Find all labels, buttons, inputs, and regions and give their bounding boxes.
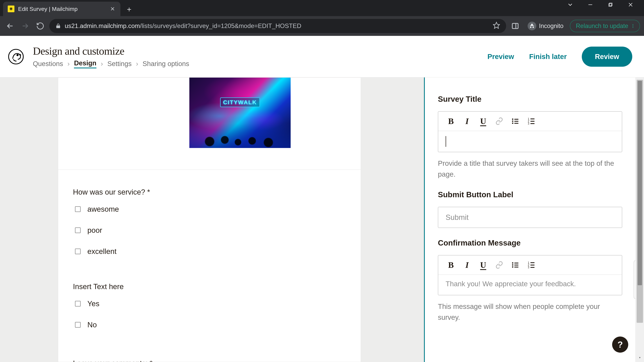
survey-title-label: Survey Title bbox=[438, 94, 622, 104]
italic-button[interactable]: I bbox=[462, 260, 472, 270]
survey-title-input[interactable] bbox=[438, 131, 622, 152]
svg-point-13 bbox=[512, 118, 513, 120]
nav-back-button[interactable] bbox=[4, 20, 16, 32]
svg-rect-22 bbox=[530, 121, 534, 122]
scroll-down-arrow-icon[interactable]: ▾ bbox=[636, 354, 643, 361]
bold-button[interactable]: B bbox=[446, 260, 456, 270]
survey-card[interactable]: CITYWALK How was our service? * awesome bbox=[58, 77, 361, 362]
underline-button[interactable]: U bbox=[478, 116, 488, 126]
chevron-right-icon: › bbox=[101, 60, 103, 67]
checkbox[interactable] bbox=[75, 301, 81, 307]
svg-rect-18 bbox=[514, 123, 518, 124]
side-panel-toggle-icon[interactable] bbox=[509, 20, 521, 32]
tab-search-button[interactable] bbox=[560, 0, 580, 9]
svg-text:3: 3 bbox=[528, 122, 529, 125]
bullet-list-button[interactable] bbox=[511, 116, 520, 126]
underline-button[interactable]: U bbox=[478, 260, 488, 270]
svg-rect-20 bbox=[530, 118, 534, 119]
svg-point-29 bbox=[512, 266, 513, 268]
option-label: No bbox=[88, 321, 97, 329]
checkbox[interactable] bbox=[75, 206, 81, 212]
tab-title: Edit Survey | Mailchimp bbox=[18, 6, 106, 12]
survey-title-help: Provide a title that survey takers will … bbox=[438, 158, 622, 180]
window-close-button[interactable] bbox=[620, 0, 641, 9]
svg-rect-14 bbox=[514, 119, 518, 120]
link-button[interactable] bbox=[494, 260, 504, 270]
crumb-questions[interactable]: Questions bbox=[33, 60, 63, 67]
svg-rect-32 bbox=[530, 262, 534, 263]
italic-button[interactable]: I bbox=[462, 116, 472, 126]
new-tab-button[interactable]: ＋ bbox=[124, 4, 134, 14]
checkbox[interactable] bbox=[75, 227, 81, 233]
numbered-list-button[interactable]: 123 bbox=[527, 116, 536, 126]
crumb-design[interactable]: Design bbox=[74, 59, 96, 68]
mailchimp-favicon: ✳ bbox=[8, 5, 14, 12]
q1-option-poor[interactable]: poor bbox=[73, 226, 346, 234]
survey-hero-image[interactable]: CITYWALK bbox=[189, 78, 291, 148]
tab-close-button[interactable]: ✕ bbox=[109, 6, 116, 12]
option-label: poor bbox=[88, 226, 102, 234]
svg-point-15 bbox=[512, 120, 513, 122]
q2-option-no[interactable]: No bbox=[73, 321, 346, 329]
q1-option-excellent[interactable]: excellent bbox=[73, 247, 346, 256]
vertical-scrollbar[interactable]: ▾ bbox=[635, 77, 644, 362]
relaunch-to-update-button[interactable]: Relaunch to update bbox=[570, 20, 640, 32]
incognito-indicator[interactable]: Incognito bbox=[525, 20, 566, 32]
rte-toolbar: B I U 123 bbox=[438, 255, 622, 275]
mailchimp-logo[interactable] bbox=[7, 47, 25, 66]
url-text: us21.admin.mailchimp.com/lists/surveys/e… bbox=[65, 22, 301, 29]
browser-tab[interactable]: ✳ Edit Survey | Mailchimp ✕ bbox=[3, 2, 120, 16]
svg-point-12 bbox=[17, 54, 18, 56]
checkbox[interactable] bbox=[75, 249, 81, 254]
checkbox[interactable] bbox=[75, 322, 81, 328]
submit-button-label-input[interactable]: Submit bbox=[438, 207, 622, 228]
submit-button-label-label: Submit Button Label bbox=[438, 190, 622, 199]
link-button[interactable] bbox=[494, 116, 504, 126]
finish-later-button[interactable]: Finish later bbox=[529, 53, 567, 61]
question-2[interactable]: Insert Text here Yes No bbox=[73, 282, 346, 329]
window-maximize-button[interactable] bbox=[600, 0, 620, 9]
svg-rect-36 bbox=[530, 267, 534, 268]
image-crowd-overlay bbox=[189, 116, 291, 148]
bold-button[interactable]: B bbox=[446, 116, 456, 126]
review-button[interactable]: Review bbox=[582, 46, 632, 67]
kebab-menu-icon bbox=[630, 24, 635, 28]
nav-forward-button[interactable] bbox=[19, 20, 31, 32]
crumb-settings[interactable]: Settings bbox=[107, 60, 132, 67]
nav-reload-button[interactable] bbox=[34, 20, 46, 32]
question-3[interactable]: Leave your comments: * bbox=[73, 359, 346, 362]
question-1-label: How was our service? * bbox=[73, 188, 346, 196]
q2-option-yes[interactable]: Yes bbox=[73, 300, 346, 308]
svg-point-17 bbox=[512, 122, 513, 124]
relaunch-label: Relaunch to update bbox=[576, 22, 628, 29]
incognito-icon bbox=[528, 22, 536, 30]
preview-button[interactable]: Preview bbox=[487, 53, 514, 61]
bookmark-star-icon[interactable] bbox=[493, 22, 500, 30]
question-1[interactable]: How was our service? * awesome poor bbox=[73, 188, 346, 256]
image-sign-text: CITYWALK bbox=[220, 97, 260, 107]
chevron-right-icon: › bbox=[136, 60, 138, 67]
svg-point-25 bbox=[512, 262, 513, 264]
svg-point-27 bbox=[512, 264, 513, 266]
confirmation-message-input[interactable]: Thank you! We appreciate your feedback. bbox=[438, 275, 622, 295]
confirmation-editor[interactable]: B I U 123 Thank you! We appreciat bbox=[438, 255, 622, 295]
svg-text:3: 3 bbox=[528, 266, 529, 269]
chevron-right-icon: › bbox=[68, 60, 70, 67]
svg-rect-16 bbox=[514, 121, 518, 122]
survey-title-editor[interactable]: B I U 123 bbox=[438, 111, 622, 152]
numbered-list-button[interactable]: 123 bbox=[527, 260, 536, 270]
svg-rect-2 bbox=[609, 4, 612, 6]
scroll-thumb-inner[interactable] bbox=[638, 81, 642, 285]
svg-rect-6 bbox=[512, 23, 518, 29]
svg-rect-26 bbox=[514, 263, 518, 264]
address-bar[interactable]: us21.admin.mailchimp.com/lists/surveys/e… bbox=[49, 19, 506, 33]
window-minimize-button[interactable] bbox=[580, 0, 600, 9]
svg-rect-24 bbox=[530, 123, 534, 124]
crumb-sharing-options[interactable]: Sharing options bbox=[142, 60, 189, 67]
q1-option-awesome[interactable]: awesome bbox=[73, 205, 346, 213]
bullet-list-button[interactable] bbox=[511, 260, 520, 270]
incognito-label: Incognito bbox=[539, 22, 564, 29]
svg-point-8 bbox=[632, 24, 634, 25]
app-header: Design and customize Questions › Design … bbox=[0, 36, 644, 77]
help-fab[interactable]: ? bbox=[612, 337, 628, 353]
